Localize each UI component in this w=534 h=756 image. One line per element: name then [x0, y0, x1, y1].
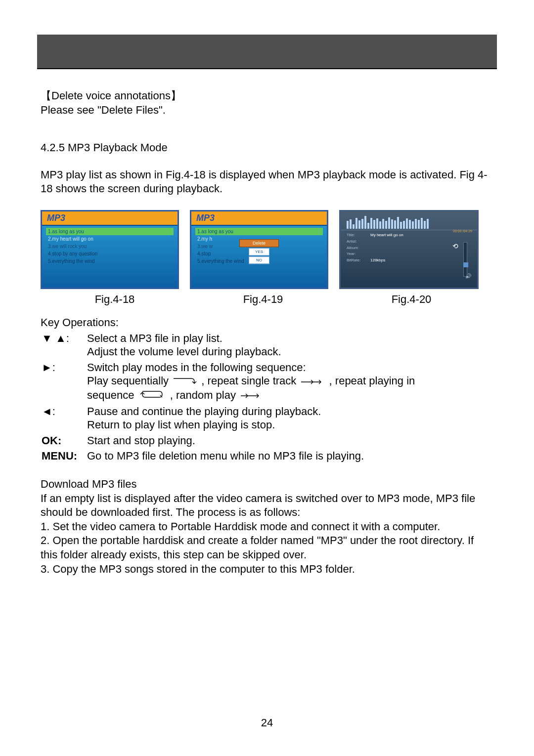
list-item: 1.as long as you — [195, 228, 323, 235]
download-step: 1. Set the video camera to Portable Hard… — [41, 520, 493, 534]
repeat-sequence-icon — [137, 389, 167, 403]
meta-key: Year: — [347, 251, 370, 257]
spectrum-visualizer — [341, 211, 477, 230]
section-description: MP3 play list as shown in Fig.4-18 is di… — [41, 168, 493, 196]
list-item: 4.stop by any question — [46, 250, 174, 257]
playback-time: 00:00 /04:29 — [453, 229, 472, 233]
meta-key: Title: — [347, 232, 370, 239]
caption: Fig.4-18 — [41, 293, 189, 306]
topic-title: 【Delete voice annotations】 — [41, 89, 493, 103]
key-description: Go to MP3 file deletion menu while no MP… — [87, 449, 415, 463]
text: Select a MP3 file in play list. — [87, 332, 222, 344]
key-description: Switch play modes in the following seque… — [87, 360, 415, 403]
random-play-icon — [239, 389, 264, 403]
table-row: OK: Start and stop playing. — [42, 433, 415, 448]
text: Pause and continue the playing during pl… — [87, 405, 321, 418]
key-ops-heading: Key Operations: — [41, 316, 493, 330]
table-row: ►: Switch play modes in the following se… — [42, 360, 415, 403]
table-row: ◄: Pause and continue the playing during… — [42, 404, 415, 432]
section-heading: 4.2.5 MP3 Playback Mode — [41, 141, 493, 155]
no-button[interactable]: NO — [249, 256, 269, 264]
mp3-playlist: 1.as long as you 2.my heart will go on 3… — [42, 226, 178, 267]
table-row: ▼ ▲: Select a MP3 file in play list. Adj… — [42, 331, 415, 359]
meta-key: BitRate: — [347, 257, 370, 264]
list-item: 3.we will rock you — [46, 243, 174, 250]
key-symbol: ◄: — [42, 404, 86, 432]
speaker-icon: 🔊 — [465, 273, 471, 279]
volume-slider[interactable] — [463, 242, 467, 277]
meta-val: 128kbps — [370, 257, 385, 264]
list-item: 5.everything the wind — [46, 257, 174, 265]
key-description: Pause and continue the playing during pl… — [87, 404, 415, 432]
figure-captions: Fig.4-18 Fig.4-19 Fig.4-20 — [41, 293, 493, 306]
figure-4-19: MP3 1.as long as you 2.my h 3.we w 4.sto… — [190, 210, 328, 289]
loop-icon: ⟲ — [452, 242, 458, 250]
download-intro: If an empty list is displayed after the … — [41, 492, 493, 520]
key-operations-table: ▼ ▲: Select a MP3 file in play list. Adj… — [41, 330, 416, 464]
dialog-title: Delete — [239, 239, 279, 247]
mp3-title: MP3 — [191, 211, 327, 226]
yes-button[interactable]: YES — [249, 248, 269, 255]
meta-key: Album: — [347, 245, 370, 252]
text: Return to play list when playing is stop… — [87, 419, 275, 431]
text: , random play — [170, 389, 236, 401]
text: , repeat playing in — [329, 375, 415, 387]
download-step: 3. Copy the MP3 songs stored in the comp… — [41, 562, 493, 577]
header-bar — [37, 35, 497, 69]
text: OK: — [42, 434, 61, 447]
text: MENU: — [42, 450, 77, 462]
topic-subtitle: Please see "Delete Files". — [41, 103, 493, 118]
text: sequence — [87, 389, 134, 401]
key-symbol: MENU: — [42, 449, 86, 463]
caption: Fig.4-19 — [189, 293, 337, 306]
text: Play sequentially — [87, 375, 169, 387]
page-content: 【Delete voice annotations】 Please see "D… — [41, 89, 493, 576]
key-description: Select a MP3 file in play list. Adjust t… — [87, 331, 415, 359]
figure-4-18: MP3 1.as long as you 2.my heart will go … — [41, 210, 179, 289]
download-step: 2. Open the portable harddisk and create… — [41, 534, 493, 562]
list-item: 1.as long as you — [46, 228, 174, 235]
delete-voice-annotations-section: 【Delete voice annotations】 Please see "D… — [41, 89, 493, 117]
text: Adjust the volume level during playback. — [87, 345, 281, 358]
text: Switch play modes in the following seque… — [87, 361, 306, 374]
sequential-icon — [172, 375, 198, 389]
repeat-single-icon — [299, 375, 326, 389]
key-symbol: ▼ ▲: — [42, 331, 86, 359]
figures-row: MP3 1.as long as you 2.my heart will go … — [41, 210, 493, 289]
meta-val: My heart will go on — [370, 232, 403, 239]
figure-4-20: 00:00 /04:29 Title:My heart will go on A… — [339, 210, 479, 289]
meta-key: Artist: — [347, 239, 370, 245]
delete-dialog: Delete YES NO — [239, 239, 279, 265]
mp3-title: MP3 — [42, 211, 178, 226]
download-heading: Download MP3 files — [41, 477, 493, 492]
text: , repeat single track — [201, 375, 296, 387]
key-symbol: ►: — [42, 360, 86, 403]
table-row: MENU: Go to MP3 file deletion menu while… — [42, 449, 415, 463]
key-symbol: OK: — [42, 433, 86, 448]
volume-thumb[interactable] — [463, 262, 468, 267]
list-item: 2.my heart will go on — [46, 235, 174, 243]
key-description: Start and stop playing. — [87, 433, 415, 448]
caption: Fig.4-20 — [337, 293, 486, 306]
page-number: 24 — [0, 716, 534, 729]
